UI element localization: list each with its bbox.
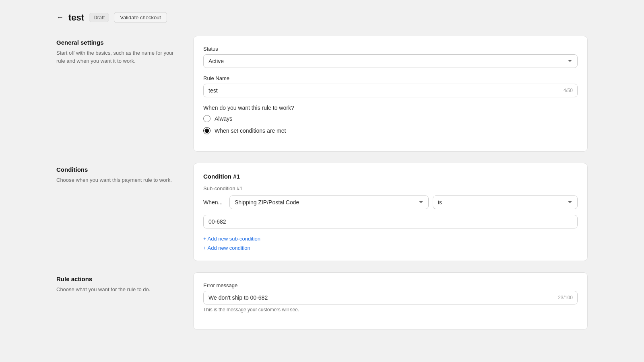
rule-name-char-count: 4/50 [564,88,573,93]
draft-badge: Draft [89,13,109,22]
rule-actions-left: Rule actions Choose what you want for th… [56,272,177,294]
radio-conditions-label: When set conditions are met [215,128,286,134]
validate-checkout-button[interactable]: Validate checkout [114,12,167,23]
radio-group: Always When set conditions are met [203,115,578,134]
condition-title: Condition #1 [203,173,578,180]
error-message-label: Error message [203,282,578,288]
general-settings-card: Status Active Inactive Rule Name 4/50 Wh… [193,36,588,152]
when-label: When... [203,199,225,206]
operator-select[interactable]: is is not contains starts with [433,195,578,209]
rule-actions-heading: Rule actions [56,276,177,282]
error-message-input-wrapper: 23/100 [203,291,578,304]
when-rule-group: When do you want this rule to work? Alwa… [203,105,578,134]
when-question-label: When do you want this rule to work? [203,105,578,111]
error-message-group: Error message 23/100 This is the message… [203,282,578,313]
conditions-left: Conditions Choose when you want this pay… [56,163,177,184]
conditions-heading: Conditions [56,166,177,173]
rule-name-group: Rule Name 4/50 [203,75,578,97]
page-title: test [68,12,84,23]
when-type-select[interactable]: Shipping ZIP/Postal Code Billing ZIP/Pos… [229,195,429,209]
back-button[interactable]: ← [56,13,64,22]
rule-actions-section: Rule actions Choose what you want for th… [56,272,588,330]
conditions-description: Choose when you want this payment rule t… [56,176,177,184]
error-message-char-count: 23/100 [558,295,573,300]
status-select[interactable]: Active Inactive [203,54,578,68]
rule-actions-description: Choose what you want for the rule to do. [56,286,177,294]
conditions-card: Condition #1 Sub-condition #1 When... Sh… [193,163,588,261]
status-label: Status [203,46,578,52]
general-settings-heading: General settings [56,39,177,46]
status-group: Status Active Inactive [203,46,578,68]
add-sub-condition-button[interactable]: + Add new sub-condition [203,236,260,242]
condition-value-input[interactable] [203,215,578,228]
rule-name-label: Rule Name [203,75,578,81]
radio-always-label: Always [215,115,232,122]
error-message-input[interactable] [203,291,578,304]
page-header: ← test Draft Validate checkout [56,12,588,23]
radio-always-item[interactable]: Always [203,115,578,122]
conditions-section: Conditions Choose when you want this pay… [56,163,588,261]
radio-conditions-item[interactable]: When set conditions are met [203,127,578,134]
add-condition-button[interactable]: + Add new condition [203,245,250,251]
rule-name-input[interactable] [203,84,578,97]
radio-conditions[interactable] [203,127,211,134]
rule-actions-card: Error message 23/100 This is the message… [193,272,588,330]
general-settings-description: Start off with the basics, such as the n… [56,49,177,65]
error-message-helper: This is the message your customers will … [203,307,578,313]
general-settings-left: General settings Start off with the basi… [56,36,177,65]
condition-value-group [203,215,578,228]
rule-name-input-wrapper: 4/50 [203,84,578,97]
general-settings-section: General settings Start off with the basi… [56,36,588,152]
when-row: When... Shipping ZIP/Postal Code Billing… [203,195,578,209]
sub-condition-label: Sub-condition #1 [203,185,578,191]
radio-always[interactable] [203,115,211,122]
